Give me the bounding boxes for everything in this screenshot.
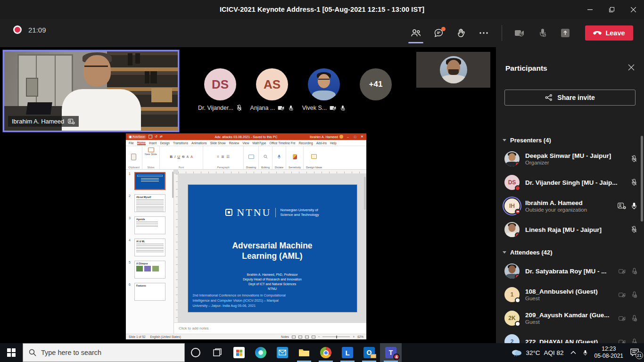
participant-row-vijander[interactable]: DS Dr. Vijander Singh [MU - Jaip...: [504, 171, 637, 194]
ppt-dictate-button[interactable]: Dictate: [272, 146, 286, 169]
ppt-tab-animations[interactable]: Animations: [191, 141, 207, 145]
camera-toggle-button[interactable]: [511, 24, 529, 42]
task-view-button[interactable]: [206, 343, 228, 362]
ppt-close-button[interactable]: ✕: [360, 135, 364, 139]
taskbar-outlook[interactable]: O: [358, 343, 380, 362]
align-icon[interactable]: ☰: [226, 155, 230, 159]
more-options-button[interactable]: [474, 24, 493, 42]
avatar-dr-vijander[interactable]: DS: [204, 68, 236, 100]
ppt-paragraph-group[interactable]: ≡≣☰ Paragraph: [203, 146, 244, 169]
ppt-tab-officetimeline[interactable]: Office Timeline Fre: [269, 141, 295, 145]
self-video-tile[interactable]: [416, 52, 490, 88]
ppt-tab-file[interactable]: File: [129, 141, 134, 145]
mic-toggle-button[interactable]: [533, 24, 552, 42]
maximize-button[interactable]: [601, 0, 622, 19]
new-slide-icon[interactable]: [148, 148, 154, 152]
thumbnail-4[interactable]: 4 AI & ML: [129, 239, 172, 256]
share-invite-button[interactable]: Share invite: [504, 90, 636, 106]
ppt-design-ideas-button[interactable]: Design Ideas: [304, 146, 324, 169]
cortana-button[interactable]: [185, 343, 206, 362]
ppt-tab-transitions[interactable]: Transitions: [173, 141, 188, 145]
presenters-section-header[interactable]: Presenters (4): [503, 137, 551, 144]
taskbar-clock[interactable]: 12:23 05-08-2021: [594, 346, 623, 360]
ppt-tab-home[interactable]: Home: [137, 141, 146, 145]
bullets-icon[interactable]: ≡: [217, 155, 219, 159]
ppt-thumbnail-panel[interactable]: 1 2 About Myself 3: [126, 170, 174, 334]
leave-button[interactable]: Leave: [585, 25, 633, 41]
thumbnail-6[interactable]: 6 Features: [129, 283, 172, 301]
slideshow-icon[interactable]: [312, 336, 315, 338]
participant-row-deepak[interactable]: Deepak Sinwar [MU - Jaipur] Organizer: [504, 147, 637, 171]
share-screen-button[interactable]: [556, 24, 575, 42]
ppt-tab-recording[interactable]: Recording: [299, 141, 313, 145]
highlight-icon[interactable]: A: [190, 155, 193, 158]
ppt-editing-button[interactable]: Editing: [259, 146, 272, 169]
ppt-minimize-button[interactable]: –: [346, 135, 350, 139]
ppt-drawing-button[interactable]: Drawing: [244, 146, 259, 169]
reading-view-icon[interactable]: [305, 336, 309, 338]
bold-icon[interactable]: B: [170, 155, 173, 159]
font-color-icon[interactable]: A: [186, 155, 189, 158]
participant-row-linesh[interactable]: Linesh Raja [MU - Jaipur]: [504, 218, 637, 241]
thumbnail-2[interactable]: 2 About Myself: [129, 194, 172, 212]
shared-powerpoint-window[interactable]: AutoSave ↺ ⇄ Adv. attacks 03.08.2021 - S…: [126, 133, 366, 339]
thumb-slide[interactable]: Features: [134, 283, 165, 301]
strikethrough-icon[interactable]: S: [182, 155, 184, 159]
zoom-slider[interactable]: [322, 337, 350, 337]
close-button[interactable]: [622, 0, 644, 19]
participant-row-annbuselvi[interactable]: 1 108_Annbuselvi (Guest) Guest: [504, 283, 637, 306]
thumb-slide[interactable]: Agenda: [134, 216, 165, 234]
taskbar-teams[interactable]: T4: [380, 343, 402, 362]
ppt-tab-slideshow[interactable]: Slide Show: [210, 141, 226, 145]
normal-view-icon[interactable]: [292, 336, 296, 338]
participant-row-dhayalan[interactable]: 2 272_DHAYALAN (Guest): [504, 330, 637, 343]
zoom-in-icon[interactable]: +: [353, 335, 355, 338]
ppt-tab-mathtype[interactable]: MathType: [252, 141, 266, 145]
ppt-font-group[interactable]: BIUSAA Font: [160, 146, 203, 169]
notes-toggle[interactable]: Notes: [281, 335, 289, 338]
attendees-section-header[interactable]: Attendees (42): [503, 249, 553, 256]
taskbar-lenovo-app[interactable]: L: [337, 343, 358, 362]
ppt-maximize-button[interactable]: □: [353, 135, 357, 139]
ppt-tab-view[interactable]: View: [242, 141, 249, 145]
ppt-redo-icon[interactable]: ⇄: [160, 135, 163, 139]
tray-mic-icon[interactable]: [583, 349, 588, 356]
participant-row-ibrahim[interactable]: IH Ibrahim A. Hameed Outside your organi…: [504, 194, 637, 218]
numbering-icon[interactable]: ≣: [221, 155, 224, 159]
thumb-slide[interactable]: [134, 172, 165, 190]
slide-scrollbar[interactable]: [364, 177, 366, 210]
ppt-slides-group[interactable]: New Slide Slides: [142, 146, 160, 169]
panel-close-button[interactable]: [628, 64, 635, 71]
taskbar-file-explorer[interactable]: [293, 343, 315, 362]
ppt-save-icon[interactable]: [149, 135, 152, 139]
ppt-tab-insert[interactable]: Insert: [149, 141, 157, 145]
slide-canvas[interactable]: NTNU Norwegian University of Science and…: [178, 174, 366, 322]
ppt-tab-review[interactable]: Review: [229, 141, 239, 145]
weather-widget[interactable]: 32°C AQI 82: [512, 349, 563, 356]
thumb-slide[interactable]: AI & ML: [134, 239, 165, 256]
raise-hand-button[interactable]: [452, 24, 471, 42]
participants-button[interactable]: [406, 24, 425, 42]
thumb-slide[interactable]: A Glimpse: [134, 261, 165, 279]
ppt-sensitivity-button[interactable]: Sensitivity: [286, 146, 304, 169]
taskbar-chrome[interactable]: [315, 343, 337, 362]
ppt-notes-area[interactable]: Click to add notes: [174, 322, 366, 334]
ppt-account[interactable]: Ibrahim A. Hameed: [310, 135, 343, 139]
ppt-tab-addins[interactable]: Add-ins: [316, 141, 327, 145]
action-center-button[interactable]: 21: [630, 348, 639, 357]
language-indicator[interactable]: English (United States): [150, 335, 181, 338]
thumbnail-5[interactable]: 5 A Glimpse: [129, 261, 172, 279]
ppt-clipboard-group[interactable]: Clipboard: [126, 146, 142, 169]
current-slide[interactable]: NTNU Norwegian University of Science and…: [188, 185, 357, 312]
taskbar-mail[interactable]: [272, 343, 293, 362]
ppt-tab-help[interactable]: Help: [330, 141, 337, 145]
participant-row-aayush[interactable]: 2K 209_Aayush Kamdar (Gue... Guest: [504, 306, 637, 330]
underline-icon[interactable]: U: [177, 155, 180, 159]
ppt-undo-icon[interactable]: ↺: [155, 135, 157, 139]
avatar-overflow-count[interactable]: +41: [360, 68, 392, 100]
thumb-slide[interactable]: About Myself: [134, 194, 165, 212]
avatar-anjana[interactable]: AS: [256, 68, 288, 100]
taskbar-edge[interactable]: [250, 343, 272, 362]
participant-row-satyabrata[interactable]: Dr. Satyabrata Roy [MU - ...: [504, 259, 637, 283]
start-button[interactable]: [0, 343, 23, 362]
